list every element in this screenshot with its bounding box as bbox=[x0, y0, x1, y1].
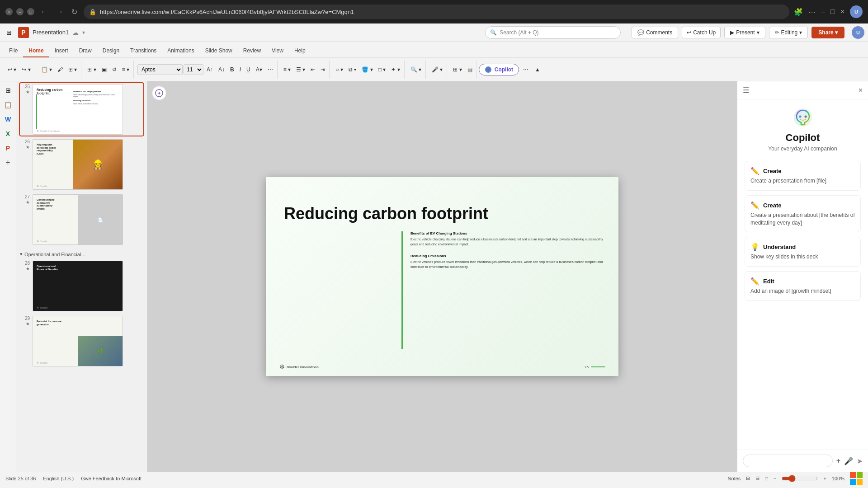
tab-transitions[interactable]: Transitions bbox=[125, 45, 162, 57]
tab-help[interactable]: Help bbox=[289, 45, 311, 57]
slide-item-28[interactable]: 28 ★ Operational andFinancial Benefits ✼… bbox=[20, 260, 143, 312]
slide-thumb-27[interactable]: Contributing tocommunitysustainabilityef… bbox=[33, 194, 123, 245]
outline-button[interactable]: □ ▾ bbox=[376, 65, 388, 74]
view-reading-icon[interactable]: □ bbox=[765, 476, 768, 481]
os-add-icon[interactable]: + bbox=[3, 157, 14, 168]
arrange-button[interactable]: ⧉ ▾ bbox=[346, 65, 359, 74]
os-windows-icon[interactable]: ⊞ bbox=[3, 85, 14, 96]
zoom-in-icon[interactable]: + bbox=[823, 476, 826, 481]
font-color-button[interactable]: A▾ bbox=[254, 65, 264, 74]
dictate-button[interactable]: 🎤 ▾ bbox=[429, 65, 445, 74]
slide-thumb-29[interactable]: Potential for revenuegeneration 🌿 ✼ Boul… bbox=[33, 316, 123, 366]
title-dropdown-icon[interactable]: ▾ bbox=[82, 29, 85, 36]
slide-thumb-26[interactable]: Aligning withcorporate socialresponsibil… bbox=[33, 139, 123, 190]
view-slide-sorter-icon[interactable]: ⊟ bbox=[755, 475, 760, 481]
more-font[interactable]: ⋯ bbox=[265, 65, 275, 74]
user-avatar[interactable]: U bbox=[852, 26, 864, 39]
os-clipboard-icon[interactable]: 📋 bbox=[3, 99, 14, 110]
font-family-select[interactable]: Aptos bbox=[137, 64, 183, 75]
zoom-level[interactable]: 100% bbox=[832, 476, 844, 481]
copilot-close-button[interactable]: × bbox=[859, 86, 863, 94]
os-grid-icon[interactable]: ⊞ bbox=[4, 27, 14, 38]
reset-button[interactable]: ↺ bbox=[110, 65, 119, 74]
browser-reload[interactable]: ↻ bbox=[70, 6, 79, 18]
browser-minimize[interactable]: – bbox=[16, 8, 24, 15]
present-button[interactable]: ▶ Present ▾ bbox=[724, 27, 765, 38]
copilot-chat-input[interactable] bbox=[743, 455, 833, 467]
fill-button[interactable]: 🪣 ▾ bbox=[359, 65, 375, 74]
view-button[interactable]: ⊞ ▾ bbox=[451, 65, 464, 74]
copy-format-button[interactable]: 🖌 bbox=[55, 65, 65, 74]
tab-slideshow[interactable]: Slide Show bbox=[200, 45, 238, 57]
italic-button[interactable]: I bbox=[237, 65, 243, 74]
tab-file[interactable]: File bbox=[4, 45, 23, 57]
undo-button[interactable]: ↩ ▾ bbox=[5, 65, 19, 74]
copilot-card-edit[interactable]: ✏️ Edit Add an image of [growth mindset] bbox=[745, 271, 861, 301]
feedback-link[interactable]: Give Feedback to Microsoft bbox=[81, 476, 142, 481]
browser-forward[interactable]: → bbox=[54, 6, 65, 18]
minimize-window-icon[interactable]: – bbox=[821, 8, 825, 16]
underline-button[interactable]: U bbox=[244, 65, 253, 74]
font-size-select[interactable]: 11 bbox=[184, 64, 203, 75]
section-button[interactable]: ≡ ▾ bbox=[120, 65, 132, 74]
paste-button[interactable]: 📋 ▾ bbox=[39, 65, 54, 74]
view2-button[interactable]: ▤ bbox=[465, 65, 475, 74]
increase-indent-button[interactable]: ⇥ bbox=[318, 65, 327, 74]
slide-item-26[interactable]: 26 ★ Aligning withcorporate socialrespon… bbox=[20, 138, 143, 191]
present-dropdown-icon[interactable]: ▾ bbox=[757, 29, 760, 36]
editing-button[interactable]: ✏ Editing ▾ bbox=[769, 27, 808, 38]
zoom-slider[interactable] bbox=[782, 475, 818, 482]
os-powerpoint-icon[interactable]: P bbox=[3, 143, 14, 154]
copilot-send-icon[interactable]: ➤ bbox=[857, 457, 863, 465]
copilot-mic-icon[interactable]: 🎤 bbox=[844, 457, 853, 465]
tab-review[interactable]: Review bbox=[238, 45, 266, 57]
extensions-icon[interactable]: 🧩 bbox=[794, 8, 803, 16]
close-window-icon[interactable]: × bbox=[840, 8, 844, 16]
tab-insert[interactable]: Insert bbox=[49, 45, 74, 57]
browser-maximize[interactable]: □ bbox=[27, 8, 34, 15]
slide-thumb-25[interactable]: Reducing carbonfootprint Benefits of EV … bbox=[33, 84, 123, 135]
share-button[interactable]: Share ▾ bbox=[811, 27, 844, 38]
numbering-button[interactable]: ☰ ▾ bbox=[294, 65, 307, 74]
os-word-icon[interactable]: W bbox=[3, 114, 14, 125]
more-icon[interactable]: ⋯ bbox=[808, 8, 816, 16]
copilot-card-understand[interactable]: 💡 Understand Show key slides in this dec… bbox=[745, 237, 861, 267]
catchup-button[interactable]: ↩ Catch Up bbox=[682, 27, 721, 38]
address-bar[interactable]: 🔒 https://onedrive.live.com/w:t/EaCKkPs6… bbox=[84, 5, 789, 19]
os-excel-icon[interactable]: X bbox=[3, 128, 14, 139]
effects-button[interactable]: ✦ ▾ bbox=[389, 65, 402, 74]
copilot-menu-icon[interactable]: ☰ bbox=[743, 86, 749, 94]
comments-button[interactable]: 💬 Comments bbox=[632, 27, 678, 38]
copilot-ribbon-button[interactable]: Copilot bbox=[479, 64, 519, 75]
copilot-add-icon[interactable]: + bbox=[836, 457, 840, 465]
copilot-card-create-file[interactable]: ✏️ Create Create a presentation from [fi… bbox=[745, 161, 861, 191]
tab-draw[interactable]: Draw bbox=[74, 45, 97, 57]
slide-item-27[interactable]: 27 ★ Contributing tocommunitysustainabil… bbox=[20, 193, 143, 246]
bold-button[interactable]: B bbox=[228, 65, 236, 74]
tab-view[interactable]: View bbox=[266, 45, 289, 57]
ribbon-collapse-button[interactable]: ▲ bbox=[533, 65, 542, 74]
new-slide-button[interactable]: ⊞ ▾ bbox=[85, 65, 98, 74]
more-ribbon-button[interactable]: ⋯ bbox=[521, 65, 531, 74]
slide-item-29[interactable]: 29 ★ Potential for revenuegeneration 🌿 ✼… bbox=[20, 315, 143, 367]
notes-button[interactable]: Notes bbox=[728, 476, 741, 481]
find-button[interactable]: 🔍 ▾ bbox=[408, 65, 424, 74]
copilot-card-create-topic[interactable]: ✏️ Create Create a presentation about [t… bbox=[745, 195, 861, 233]
search-box[interactable]: 🔍 Search (Alt + Q) bbox=[485, 26, 621, 39]
decrease-indent-button[interactable]: ⇤ bbox=[308, 65, 317, 74]
share-dropdown-icon[interactable]: ▾ bbox=[835, 29, 838, 36]
slide-thumb-28[interactable]: Operational andFinancial Benefits ✼ Boul… bbox=[33, 261, 123, 311]
editing-dropdown-icon[interactable]: ▾ bbox=[799, 29, 802, 36]
tab-home[interactable]: Home bbox=[23, 45, 49, 57]
redo-button[interactable]: ↪ ▾ bbox=[19, 65, 33, 74]
zoom-out-icon[interactable]: − bbox=[774, 476, 776, 481]
slide-copilot-button[interactable]: ✦ bbox=[152, 86, 166, 100]
more-clipboard[interactable]: ⊞ ▾ bbox=[66, 65, 79, 74]
profile-avatar[interactable]: U bbox=[850, 5, 863, 18]
restore-window-icon[interactable]: □ bbox=[830, 8, 835, 16]
slide-group-header[interactable]: ▾ Operational and Financial... bbox=[20, 249, 143, 260]
bullets-button[interactable]: ≡ ▾ bbox=[281, 65, 293, 74]
view-normal-icon[interactable]: ⊞ bbox=[746, 475, 750, 481]
browser-back[interactable]: ← bbox=[39, 6, 50, 18]
tab-design[interactable]: Design bbox=[97, 45, 125, 57]
